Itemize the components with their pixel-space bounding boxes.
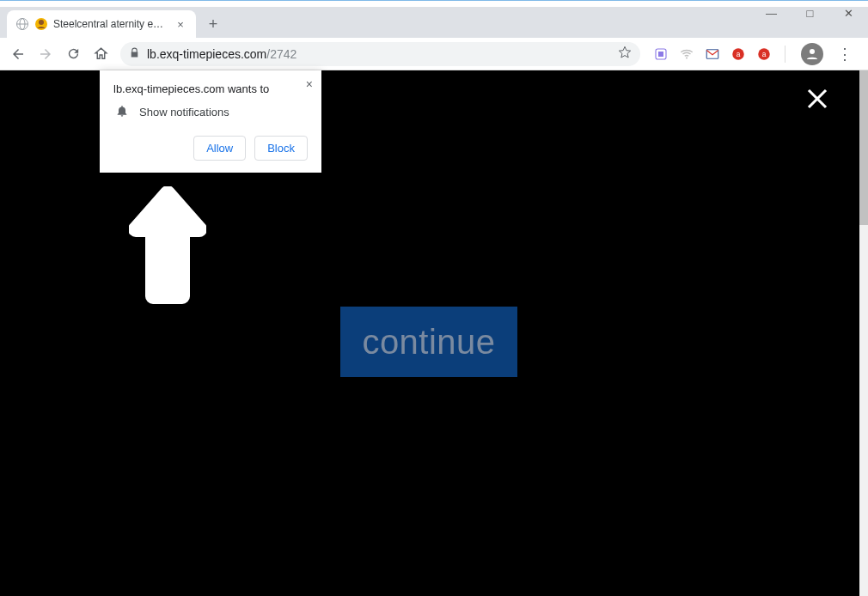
extension-icons: a a ⋮ — [647, 43, 863, 65]
toolbar-divider — [785, 46, 785, 63]
window-controls: — □ ✕ — [752, 0, 868, 26]
browser-tab[interactable]: Steelcentral aternity extension × — [7, 10, 196, 38]
prompt-permission-row: Show notifications — [115, 104, 308, 120]
browser-menu-button[interactable]: ⋮ — [832, 45, 858, 64]
site-favicon-icon — [34, 17, 48, 31]
url-host: lb.exq-timepieces.com — [147, 47, 266, 61]
extension-icon-a2[interactable]: a — [755, 46, 773, 63]
home-button[interactable] — [88, 41, 113, 67]
url-path: /2742 — [266, 47, 296, 61]
prompt-actions: Allow Block — [113, 136, 308, 161]
reload-button[interactable] — [60, 41, 86, 67]
arrow-up-icon — [129, 186, 206, 310]
bell-icon — [115, 104, 129, 120]
window-maximize-button[interactable]: □ — [791, 0, 829, 26]
extension-icon-a1[interactable]: a — [730, 46, 747, 63]
wifi-icon[interactable] — [678, 46, 695, 63]
profile-avatar[interactable] — [801, 43, 823, 65]
content-area: continue × lb.exq-timepieces.com wants t… — [0, 70, 868, 596]
vertical-scrollbar[interactable] — [859, 70, 868, 596]
forward-button[interactable] — [33, 41, 58, 67]
tab-close-button[interactable]: × — [174, 17, 187, 31]
continue-button[interactable]: continue — [340, 307, 517, 377]
window-close-button[interactable]: ✕ — [829, 0, 868, 26]
window-titlebar — [0, 0, 868, 7]
lock-icon — [129, 47, 140, 61]
svg-rect-6 — [658, 52, 663, 57]
notification-permission-prompt: × lb.exq-timepieces.com wants to Show no… — [100, 70, 321, 173]
page-body: continue × lb.exq-timepieces.com wants t… — [0, 70, 859, 596]
mail-icon[interactable] — [704, 46, 721, 63]
extension-icon-1[interactable] — [652, 46, 669, 63]
new-tab-button[interactable]: + — [201, 12, 225, 36]
bookmark-star-icon[interactable] — [618, 46, 632, 62]
prompt-close-button[interactable]: × — [306, 77, 313, 91]
address-bar[interactable]: lb.exq-timepieces.com/2742 — [120, 42, 640, 66]
tab-strip: Steelcentral aternity extension × + — [0, 7, 868, 38]
overlay-close-button[interactable] — [804, 86, 830, 115]
svg-point-13 — [810, 49, 815, 54]
window-minimize-button[interactable]: — — [752, 0, 791, 26]
prompt-permission-label: Show notifications — [139, 106, 229, 119]
back-button[interactable] — [5, 41, 31, 67]
scrollbar-thumb[interactable] — [859, 70, 868, 225]
svg-point-4 — [39, 20, 44, 25]
allow-button[interactable]: Allow — [193, 136, 246, 161]
svg-text:a: a — [762, 51, 767, 58]
svg-point-7 — [686, 57, 688, 58]
block-button[interactable]: Block — [254, 136, 308, 161]
svg-text:a: a — [737, 51, 741, 58]
url-text: lb.exq-timepieces.com/2742 — [147, 47, 611, 61]
tab-title: Steelcentral aternity extension — [53, 18, 168, 30]
browser-toolbar: lb.exq-timepieces.com/2742 a a ⋮ — [0, 38, 868, 70]
prompt-title: lb.exq-timepieces.com wants to — [113, 82, 308, 95]
globe-icon — [15, 17, 29, 31]
svg-rect-8 — [706, 49, 718, 58]
